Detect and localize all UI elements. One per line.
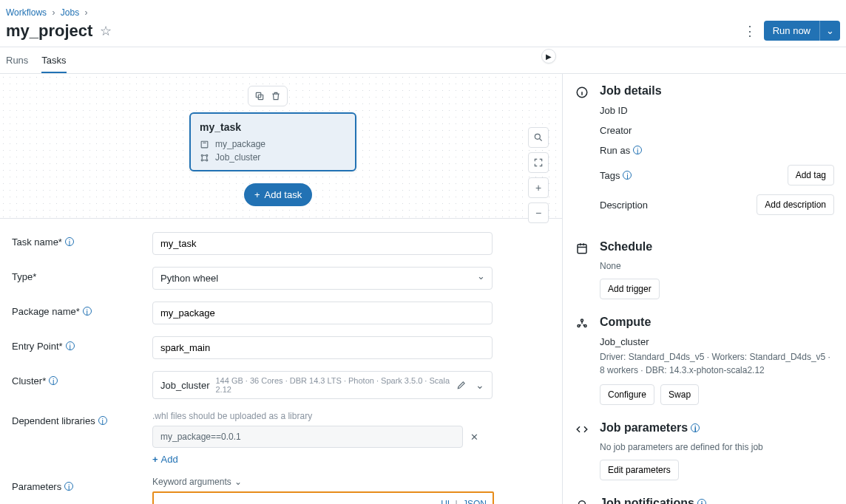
- dependent-libs-hint: .whl files should be uploaded as a libra…: [152, 411, 493, 421]
- breadcrumb: Workflows › Jobs ›: [0, 0, 846, 18]
- page-title: my_project: [6, 21, 92, 41]
- copy-icon[interactable]: [254, 91, 265, 101]
- description-label: Description: [600, 200, 648, 211]
- svg-rect-2: [201, 141, 208, 148]
- task-card-cluster: Job_cluster: [215, 152, 260, 163]
- svg-rect-9: [578, 245, 586, 253]
- zoom-out-icon[interactable]: −: [528, 202, 549, 223]
- more-vertical-icon[interactable]: ⋮: [743, 23, 757, 39]
- canvas-controls: + −: [528, 127, 549, 223]
- cluster-spec: 144 GB · 36 Cores · DBR 14.3 LTS · Photo…: [215, 376, 450, 394]
- cluster-label: Cluster*i: [12, 371, 152, 386]
- trash-icon[interactable]: [271, 91, 281, 101]
- search-icon[interactable]: [528, 127, 549, 148]
- keyword-args-toggle[interactable]: Keyword arguments ⌄: [152, 477, 493, 487]
- svg-point-12: [584, 325, 586, 327]
- code-icon: [575, 421, 589, 480]
- compute-cluster-spec: Driver: Standard_D4ds_v5 · Workers: Stan…: [600, 350, 834, 377]
- svg-point-3: [201, 154, 203, 156]
- task-name-input[interactable]: [152, 232, 493, 255]
- info-icon[interactable]: i: [64, 482, 73, 491]
- task-card[interactable]: my_task my_package Job_cluster: [189, 112, 356, 171]
- job-tabs: Runs Tasks ▶: [0, 47, 846, 74]
- swap-button[interactable]: Swap: [660, 384, 699, 405]
- star-icon[interactable]: ☆: [100, 23, 112, 39]
- svg-point-6: [206, 159, 208, 160]
- info-icon[interactable]: i: [691, 423, 700, 432]
- run-as-label: Run asi: [600, 145, 642, 156]
- info-icon[interactable]: i: [633, 146, 642, 154]
- dependent-lib-value: my_package==0.0.1: [160, 432, 241, 442]
- type-select[interactable]: Python wheel: [152, 267, 493, 290]
- tab-runs[interactable]: Runs: [6, 47, 28, 73]
- task-graph-canvas[interactable]: my_task my_package Job_cluster + Add tas…: [0, 74, 562, 219]
- run-now-caret[interactable]: ⌄: [819, 21, 840, 41]
- task-name-label: Task name*i: [12, 232, 152, 248]
- svg-point-11: [578, 325, 580, 327]
- expand-icon[interactable]: [528, 152, 549, 173]
- creator-label: Creator: [600, 125, 632, 136]
- info-circle-icon: [575, 84, 589, 224]
- tags-label: Tagsi: [600, 170, 632, 181]
- compute-title: Compute: [600, 316, 834, 329]
- cluster-select[interactable]: Job_cluster 144 GB · 36 Cores · DBR 14.3…: [152, 371, 493, 399]
- compute-cluster-name: Job_cluster: [600, 336, 834, 347]
- svg-point-4: [206, 154, 208, 156]
- svg-point-5: [201, 159, 203, 160]
- remove-lib-icon[interactable]: ✕: [470, 432, 478, 443]
- edit-parameters-button[interactable]: Edit parameters: [600, 460, 679, 480]
- params-json-tab[interactable]: JSON: [463, 499, 487, 504]
- parameters-box: UI | JSON {{job.id}}{ }✕{{job.run_id}}{ …: [152, 491, 494, 504]
- info-icon[interactable]: i: [98, 416, 107, 425]
- info-icon[interactable]: i: [66, 341, 75, 350]
- chevron-right-icon: ›: [85, 7, 88, 18]
- dependent-libs-label: Dependent librariesi: [12, 411, 152, 426]
- job-notifications-title: Job notificationsi: [600, 497, 834, 504]
- job-params-none: No job parameters are defined for this j…: [600, 442, 834, 452]
- package-name-label: Package name*i: [12, 302, 152, 317]
- job-id-label: Job ID: [600, 105, 628, 116]
- task-card-package: my_package: [215, 139, 265, 149]
- compute-icon: [575, 316, 589, 405]
- task-card-title: my_task: [200, 121, 346, 133]
- add-tag-button[interactable]: Add tag: [788, 165, 834, 185]
- add-task-button[interactable]: + Add task: [244, 183, 312, 206]
- breadcrumb-jobs[interactable]: Jobs: [61, 7, 79, 18]
- add-description-button[interactable]: Add description: [757, 194, 834, 215]
- tab-tasks[interactable]: Tasks: [41, 47, 66, 73]
- canvas-toolbar: [248, 86, 288, 106]
- calendar-icon: [575, 240, 589, 299]
- side-panel: Job details Job ID Creator Run asi Tagsi…: [563, 74, 846, 504]
- dependent-lib-item: my_package==0.0.1: [152, 426, 463, 448]
- svg-point-7: [535, 134, 540, 139]
- collapse-panel-icon[interactable]: ▶: [541, 49, 556, 64]
- params-ui-tab[interactable]: UI: [441, 499, 450, 504]
- zoom-in-icon[interactable]: +: [528, 177, 549, 198]
- info-icon[interactable]: i: [83, 307, 92, 316]
- job-details-title: Job details: [600, 84, 834, 98]
- breadcrumb-workflows[interactable]: Workflows: [6, 7, 47, 18]
- chevron-down-icon[interactable]: ⌄: [476, 379, 484, 391]
- plus-icon: +: [254, 189, 260, 200]
- entry-point-input[interactable]: [152, 336, 493, 359]
- package-name-input[interactable]: [152, 302, 493, 324]
- schedule-none: None: [600, 261, 834, 271]
- chevron-down-icon: ⌄: [234, 477, 242, 487]
- info-icon[interactable]: i: [697, 499, 706, 504]
- configure-button[interactable]: Configure: [600, 384, 654, 405]
- add-task-label: Add task: [265, 189, 302, 200]
- info-icon[interactable]: i: [623, 171, 632, 180]
- task-form: Task name*i Type* Python wheel Package n…: [0, 219, 562, 504]
- info-icon[interactable]: i: [65, 237, 74, 246]
- svg-point-10: [581, 319, 583, 321]
- entry-point-label: Entry Point*i: [12, 336, 152, 352]
- add-trigger-button[interactable]: Add trigger: [600, 279, 660, 299]
- add-lib-link[interactable]: +Add: [152, 454, 178, 465]
- job-params-title: Job parametersi: [600, 421, 834, 435]
- run-now-button[interactable]: Run now: [764, 21, 819, 41]
- pencil-icon[interactable]: [456, 380, 467, 390]
- cluster-name: Job_cluster: [160, 380, 209, 391]
- info-icon[interactable]: i: [49, 376, 58, 385]
- type-label: Type*: [12, 267, 152, 282]
- schedule-title: Schedule: [600, 240, 834, 253]
